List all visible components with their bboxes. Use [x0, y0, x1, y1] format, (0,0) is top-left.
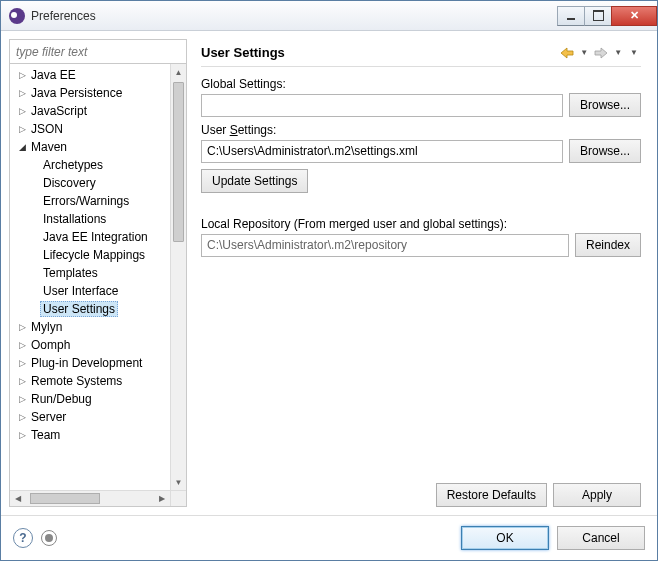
- back-arrow-icon[interactable]: [559, 45, 575, 61]
- tree-item[interactable]: ▷JSON: [10, 120, 170, 138]
- horizontal-scrollbar[interactable]: ◀ ▶: [10, 490, 170, 506]
- scroll-left-icon[interactable]: ◀: [10, 491, 26, 506]
- user-settings-label: User Settings:: [201, 123, 641, 137]
- tree-item[interactable]: ▷Errors/Warnings: [10, 192, 170, 210]
- tree-item-label: User Interface: [40, 284, 121, 298]
- expand-icon[interactable]: ▷: [16, 430, 28, 440]
- expand-icon[interactable]: ▷: [16, 412, 28, 422]
- maximize-button[interactable]: [584, 6, 612, 26]
- page-title: User Settings: [201, 45, 559, 60]
- expand-icon[interactable]: ▷: [16, 394, 28, 404]
- collapse-icon[interactable]: ◢: [16, 142, 28, 152]
- scroll-corner: [170, 490, 186, 506]
- expand-icon[interactable]: ▷: [16, 358, 28, 368]
- restore-defaults-button[interactable]: Restore Defaults: [436, 483, 547, 507]
- content-area: ▷Java EE▷Java Persistence▷JavaScript▷JSO…: [1, 31, 657, 515]
- tree-container: ▷Java EE▷Java Persistence▷JavaScript▷JSO…: [10, 64, 186, 506]
- tree-item-label: Java EE Integration: [40, 230, 151, 244]
- tree-item-label: Team: [28, 428, 63, 442]
- preferences-tree[interactable]: ▷Java EE▷Java Persistence▷JavaScript▷JSO…: [10, 64, 170, 490]
- tree-item-label: Server: [28, 410, 69, 424]
- filter-input[interactable]: [10, 40, 186, 64]
- tree-item-label: Oomph: [28, 338, 73, 352]
- tree-item[interactable]: ◢Maven: [10, 138, 170, 156]
- preferences-tree-pane: ▷Java EE▷Java Persistence▷JavaScript▷JSO…: [9, 39, 187, 507]
- tree-item-label: Archetypes: [40, 158, 106, 172]
- tree-item-label: Mylyn: [28, 320, 65, 334]
- help-icon[interactable]: ?: [13, 528, 33, 548]
- expand-icon[interactable]: ▷: [16, 106, 28, 116]
- tree-item[interactable]: ▷User Settings: [10, 300, 170, 318]
- tree-item-label: Errors/Warnings: [40, 194, 132, 208]
- forward-arrow-icon[interactable]: [593, 45, 609, 61]
- tree-item-label: Java Persistence: [28, 86, 125, 100]
- tree-item[interactable]: ▷Archetypes: [10, 156, 170, 174]
- tree-item[interactable]: ▷Java EE: [10, 66, 170, 84]
- menu-dropdown-icon[interactable]: ▼: [627, 48, 641, 57]
- forward-dropdown-icon[interactable]: ▼: [611, 48, 625, 57]
- tree-item-label: Remote Systems: [28, 374, 125, 388]
- scroll-right-icon[interactable]: ▶: [154, 491, 170, 506]
- scroll-up-icon[interactable]: ▲: [171, 64, 186, 80]
- page-header: User Settings ▼ ▼ ▼: [201, 39, 641, 67]
- tree-item-label: Run/Debug: [28, 392, 95, 406]
- ok-button[interactable]: OK: [461, 526, 549, 550]
- tree-item[interactable]: ▷Mylyn: [10, 318, 170, 336]
- apply-button[interactable]: Apply: [553, 483, 641, 507]
- scrollbar-thumb[interactable]: [30, 493, 100, 504]
- reindex-button[interactable]: Reindex: [575, 233, 641, 257]
- tree-item[interactable]: ▷Oomph: [10, 336, 170, 354]
- titlebar: Preferences: [1, 1, 657, 31]
- minimize-button[interactable]: [557, 6, 585, 26]
- expand-icon[interactable]: ▷: [16, 70, 28, 80]
- nav-history: ▼ ▼ ▼: [559, 45, 641, 61]
- expand-icon[interactable]: ▷: [16, 376, 28, 386]
- tree-item[interactable]: ▷Remote Systems: [10, 372, 170, 390]
- tree-item[interactable]: ▷Java EE Integration: [10, 228, 170, 246]
- scrollbar-thumb[interactable]: [173, 82, 184, 242]
- tree-item-label: Discovery: [40, 176, 99, 190]
- close-button[interactable]: [611, 6, 657, 26]
- local-repo-input[interactable]: [201, 234, 569, 257]
- tree-item[interactable]: ▷Run/Debug: [10, 390, 170, 408]
- tree-item-label: Lifecycle Mappings: [40, 248, 148, 262]
- tree-item[interactable]: ▷Server: [10, 408, 170, 426]
- tree-item[interactable]: ▷User Interface: [10, 282, 170, 300]
- expand-icon[interactable]: ▷: [16, 124, 28, 134]
- expand-icon[interactable]: ▷: [16, 88, 28, 98]
- eclipse-icon: [9, 8, 25, 24]
- global-settings-label: Global Settings:: [201, 77, 641, 91]
- user-settings-input[interactable]: [201, 140, 563, 163]
- tree-item[interactable]: ▷Team: [10, 426, 170, 444]
- vertical-scrollbar[interactable]: ▲ ▼: [170, 64, 186, 490]
- expand-icon[interactable]: ▷: [16, 340, 28, 350]
- dialog-footer: ? OK Cancel: [1, 515, 657, 560]
- scroll-down-icon[interactable]: ▼: [171, 474, 186, 490]
- back-dropdown-icon[interactable]: ▼: [577, 48, 591, 57]
- tree-item-label: Maven: [28, 140, 70, 154]
- tree-item-label: User Settings: [40, 301, 118, 317]
- tree-item[interactable]: ▷Plug-in Development: [10, 354, 170, 372]
- expand-icon[interactable]: ▷: [16, 322, 28, 332]
- window-title: Preferences: [31, 9, 558, 23]
- tree-item[interactable]: ▷Installations: [10, 210, 170, 228]
- browse-user-button[interactable]: Browse...: [569, 139, 641, 163]
- window-controls: [558, 6, 657, 26]
- record-icon[interactable]: [41, 530, 57, 546]
- global-settings-input[interactable]: [201, 94, 563, 117]
- tree-item[interactable]: ▷JavaScript: [10, 102, 170, 120]
- tree-item-label: Installations: [40, 212, 109, 226]
- tree-item-label: JSON: [28, 122, 66, 136]
- tree-item-label: JavaScript: [28, 104, 90, 118]
- cancel-button[interactable]: Cancel: [557, 526, 645, 550]
- tree-item[interactable]: ▷Discovery: [10, 174, 170, 192]
- local-repo-label: Local Repository (From merged user and g…: [201, 217, 641, 231]
- update-settings-button[interactable]: Update Settings: [201, 169, 308, 193]
- tree-item[interactable]: ▷Lifecycle Mappings: [10, 246, 170, 264]
- browse-global-button[interactable]: Browse...: [569, 93, 641, 117]
- tree-item-label: Templates: [40, 266, 101, 280]
- tree-item[interactable]: ▷Templates: [10, 264, 170, 282]
- settings-pane: User Settings ▼ ▼ ▼ Global Settings: Bro…: [187, 39, 649, 507]
- tree-item-label: Plug-in Development: [28, 356, 145, 370]
- tree-item[interactable]: ▷Java Persistence: [10, 84, 170, 102]
